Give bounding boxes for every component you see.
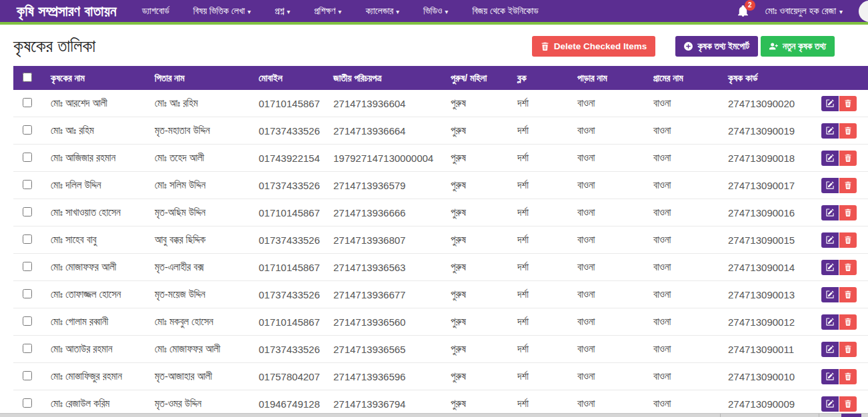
delete-row-button[interactable] [839,314,857,330]
edit-row-button[interactable] [821,232,839,248]
nid-cell: 2714713936579 [328,172,445,199]
village-name-cell: বাওনা [648,308,723,336]
para-name-cell: বাওনা [572,336,648,363]
table-row: মোঃ সাখাওয়াত হোসেনমৃত-অছিম উদ্দিন017101… [13,199,868,226]
edit-row-button[interactable] [821,314,839,330]
delete-row-button[interactable] [839,123,857,139]
nav-item-dashboard[interactable]: ড্যাশবোর্ড [142,5,169,17]
edit-row-button[interactable] [821,96,839,111]
mobile-cell: 01737433526 [253,172,328,199]
nav-item-training[interactable]: প্রশিক্ষণ▾ [314,5,341,17]
gender-cell: পুরুষ [445,172,512,199]
para-name-cell: বাওনা [572,145,648,172]
edit-row-button[interactable] [821,287,839,302]
nav-item-video[interactable]: ভিডিও▾ [423,5,448,17]
nav-item-bijoy-to-unicode[interactable]: বিজয় থেকে ইউনিকোড [472,5,538,17]
gender-cell: পুরুষ [445,117,512,145]
header-farmer-card: কৃষক কার্ড [723,66,816,90]
edit-row-button[interactable] [821,123,839,139]
delete-row-button[interactable] [839,260,857,275]
table-row: মোঃ গোলাম রব্বানীমোঃ মকবুল হোসেন01710145… [13,308,868,336]
table-row: মোঃ আতাউর রহমানমোঃ মোজাফফর আলী0173743352… [13,336,868,363]
header-village-name: গ্রামের নাম [648,66,723,90]
page-header: কৃষকের তালিকা Delete Checked Items কৃষক … [13,36,835,57]
row-checkbox[interactable] [23,153,32,162]
user-menu[interactable]: মোঃ ওবায়েদুল হক রেজা▾ [765,5,843,17]
delete-row-button[interactable] [839,232,857,248]
row-checkbox[interactable] [23,344,32,353]
delete-row-button[interactable] [839,178,857,193]
nav-item-calendar[interactable]: ক্যালেন্ডার▾ [365,5,399,17]
header-nid: জাতীয় পরিচয়পত্র [328,66,445,90]
row-checkbox[interactable] [23,262,32,271]
row-checkbox[interactable] [23,207,32,216]
nav-item-questions[interactable]: প্রশ্ন▾ [275,5,290,17]
edit-row-button[interactable] [821,342,839,357]
edit-row-button[interactable] [821,205,839,220]
farmer-card-cell: 274713090010 [723,363,816,390]
village-name-cell: বাওনা [648,336,723,363]
nav-item-topic-articles[interactable]: বিষয় ভিত্তিক লেখা▾ [193,5,251,17]
edit-row-button[interactable] [821,396,839,412]
nav-menu: ড্যাশবোর্ডবিষয় ভিত্তিক লেখা▾প্রশ্ন▾প্রশ… [142,5,538,17]
nid-cell: 2714713936596 [328,363,445,390]
row-checkbox[interactable] [23,371,32,380]
user-avatar[interactable] [859,1,868,22]
chevron-down-icon: ▾ [287,8,290,15]
row-checkbox[interactable] [23,289,32,298]
row-actions-cell [816,117,868,145]
farmer-table-body: মোঃ আরশেদ আলীমোঃ আঃ রহিম0171014586727147… [13,90,868,417]
brand-title[interactable]: কৃষি সম্প্রসারণ বাতায়ন [17,3,117,19]
select-all-checkbox[interactable] [23,73,32,82]
delete-row-button[interactable] [839,151,857,166]
row-checkbox[interactable] [23,180,32,189]
notifications-button[interactable]: 2 [737,5,749,17]
header-farmer-name: কৃষকের নাম [45,66,149,90]
new-farmer-button[interactable]: নতুন কৃষক তথ্য [761,36,835,57]
edit-icon [826,372,834,380]
table-row: মোঃ আরশেদ আলীমোঃ আঃ রহিম0171014586727147… [13,90,868,117]
nid-cell: 197927147130000004 [328,145,445,172]
delete-row-button[interactable] [839,205,857,220]
trash-icon [844,99,852,107]
import-farmer-data-button[interactable]: কৃষক তথ্য ইমপোর্ট [675,36,758,57]
row-checkbox-cell [13,145,45,172]
row-checkbox[interactable] [23,125,32,135]
farmer-name-cell: মোঃ আরশেদ আলী [45,90,149,117]
block-cell: দর্শা [512,254,572,281]
table-row: মোঃ সাহেব বাবুআবু বক্কর ছিদ্দিক017374335… [13,226,868,254]
nid-cell: 2714713936666 [328,199,445,226]
delete-row-button[interactable] [839,369,857,384]
farmer-name-cell: মোঃ গোলাম রব্বানী [45,308,149,336]
header-block: ব্লক [512,66,572,90]
edit-icon [826,345,834,353]
father-name-cell: মোঃ আঃ রহিম [149,90,253,117]
row-checkbox[interactable] [23,234,32,244]
row-checkbox[interactable] [23,316,32,326]
delete-checked-items-button[interactable]: Delete Checked Items [532,36,656,57]
edit-icon [826,209,834,216]
mobile-cell: 01757804207 [253,363,328,390]
delete-row-button[interactable] [839,396,857,412]
para-name-cell: বাওনা [572,117,648,145]
delete-row-button[interactable] [839,287,857,302]
mobile-cell: 01743922154 [253,145,328,172]
edit-row-button[interactable] [821,151,839,166]
delete-row-button[interactable] [839,342,857,357]
top-navbar: কৃষি সম্প্রসারণ বাতায়ন ড্যাশবোর্ডবিষয় … [0,0,868,25]
block-cell: দর্শা [512,172,572,199]
row-actions-cell [816,172,868,199]
trash-icon [844,263,852,271]
mobile-cell: 01710145867 [253,308,328,336]
gender-cell: পুরুষ [445,281,512,308]
village-name-cell: বাওনা [648,90,723,117]
edit-row-button[interactable] [821,178,839,193]
delete-row-button[interactable] [839,96,857,111]
row-checkbox[interactable] [23,398,32,408]
father-name-cell: মৃত-এলাহীর বক্স [149,254,253,281]
row-checkbox[interactable] [23,98,32,107]
cutoff-footer-strip [0,413,868,417]
para-name-cell: বাওনা [572,308,648,336]
edit-row-button[interactable] [821,260,839,275]
edit-row-button[interactable] [821,369,839,384]
